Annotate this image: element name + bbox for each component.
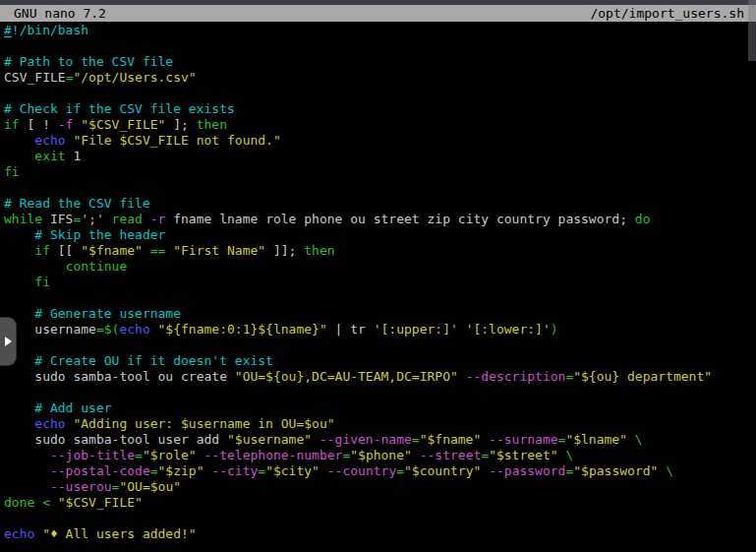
code-segment: =: [396, 463, 404, 478]
code-segment: [4, 479, 50, 494]
code-segment: "Adding user: $username in OU=$ou": [73, 416, 334, 431]
code-segment: [458, 322, 466, 337]
code-segment: read: [112, 212, 143, 226]
code-segment: echo: [4, 526, 34, 541]
code-segment: "$street": [489, 448, 557, 462]
code-segment: "File $CSV_FILE not found.": [73, 133, 280, 148]
code-segment: # Path to the CSV file: [4, 54, 173, 69]
code-line[interactable]: #!/bin/bash: [4, 23, 756, 38]
code-line[interactable]: while IFS=';' read -r fname lname role p…: [4, 212, 756, 227]
expand-arrow-icon: [5, 337, 12, 346]
code-segment: "First Name": [173, 243, 265, 258]
code-segment: ];: [165, 117, 196, 132]
code-segment: "$username": [227, 432, 312, 447]
code-line[interactable]: --postal-code="$zip" --city="$city" --co…: [4, 463, 756, 479]
code-line[interactable]: # Create OU if it doesn't exist: [4, 353, 756, 369]
code-line[interactable]: continue: [4, 259, 756, 275]
code-segment: --country: [327, 463, 396, 478]
code-line[interactable]: sudo samba-tool user add "$username" --g…: [4, 432, 756, 448]
code-segment: "$password": [573, 463, 658, 478]
code-segment: \: [666, 463, 673, 478]
code-line[interactable]: --job-title="$role" --telephone-number="…: [4, 448, 756, 463]
code-line[interactable]: # Generate username: [4, 306, 756, 322]
code-segment: --password: [489, 463, 565, 478]
code-segment: [627, 432, 635, 447]
code-segment: ): [551, 322, 558, 337]
panel-handle[interactable]: [0, 317, 17, 366]
code-line[interactable]: exit 1: [4, 149, 756, 164]
code-segment: # Skip the header: [34, 227, 165, 242]
code-line[interactable]: [4, 38, 756, 54]
code-line[interactable]: # Skip the header: [4, 227, 756, 243]
code-line[interactable]: # Read the CSV file: [4, 196, 756, 212]
code-segment: echo: [34, 133, 65, 148]
code-line[interactable]: fi: [4, 275, 756, 290]
code-segment: while: [4, 212, 42, 226]
code-segment: =: [258, 463, 265, 478]
code-line[interactable]: # Check if the CSV file exists: [4, 101, 756, 117]
editor-area[interactable]: #!/bin/bash # Path to the CSV fileCSV_FI…: [0, 22, 756, 552]
code-segment: [104, 212, 112, 226]
code-segment: [4, 448, 50, 462]
code-segment: echo: [34, 416, 65, 431]
code-line[interactable]: done < "$CSV_FILE": [4, 495, 756, 511]
code-segment: =: [150, 463, 158, 478]
code-segment: "$phone": [350, 448, 412, 462]
code-line[interactable]: # Path to the CSV file: [4, 54, 756, 70]
code-segment: then: [197, 117, 227, 132]
code-segment: "$zip": [158, 463, 204, 478]
code-segment: [ !: [20, 117, 58, 132]
code-segment: 1: [66, 149, 82, 163]
code-line[interactable]: fi: [4, 164, 756, 180]
code-segment: ]];: [265, 243, 304, 258]
terminal-screen: GNU nano 7.2 /opt/import_users.sh #!/bin…: [0, 0, 756, 552]
code-segment: [481, 463, 489, 478]
code-segment: =: [412, 432, 420, 447]
code-segment: [34, 526, 42, 541]
code-segment: [312, 432, 320, 447]
code-segment: username: [4, 322, 96, 337]
code-segment: [150, 322, 158, 337]
code-segment: \: [565, 448, 573, 462]
code-segment: "$role": [143, 448, 197, 462]
code-line[interactable]: username=$(echo "${fname:0:1}${lname}" |…: [4, 322, 756, 337]
code-line[interactable]: [4, 385, 756, 400]
nano-titlebar: GNU nano 7.2 /opt/import_users.sh: [0, 5, 756, 22]
code-line[interactable]: [4, 86, 756, 101]
code-segment: [458, 369, 466, 384]
code-segment: !/bin/bash: [12, 23, 88, 37]
code-line[interactable]: --userou="OU=$ou": [4, 479, 756, 495]
code-segment: IFS: [42, 212, 73, 226]
code-line[interactable]: # Add user: [4, 400, 756, 416]
code-segment: --telephone-number: [204, 448, 343, 462]
code-segment: CSV_FILE: [4, 70, 66, 85]
code-segment: [4, 463, 50, 478]
text-cursor: #: [4, 23, 12, 37]
code-line[interactable]: echo "♦ All users added!": [4, 526, 756, 542]
code-segment: sudo samba-tool ou create: [4, 369, 235, 384]
code-line[interactable]: if [[ "$fname" == "First Name" ]]; then: [4, 243, 756, 259]
code-line[interactable]: sudo samba-tool ou create "OU=${ou},DC=A…: [4, 369, 756, 385]
code-line[interactable]: [4, 290, 756, 306]
code-line[interactable]: echo "Adding user: $username in OU=$ou": [4, 416, 756, 432]
code-segment: <: [42, 495, 50, 510]
code-segment: "OU=$ou": [119, 479, 181, 494]
code-segment: [481, 432, 489, 447]
code-segment: sudo samba-tool user add: [4, 432, 227, 447]
code-line[interactable]: [4, 180, 756, 196]
code-line[interactable]: CSV_FILE="/opt/Users.csv": [4, 70, 756, 86]
code-segment: [34, 495, 42, 510]
code-line[interactable]: [4, 511, 756, 526]
code-segment: echo: [119, 322, 149, 337]
code-segment: '[:lower:]': [466, 322, 551, 337]
scrollbar-thumb[interactable]: [748, 0, 756, 61]
code-line[interactable]: echo "File $CSV_FILE not found.": [4, 133, 756, 149]
code-segment: "${fname:0:1}${lname}": [158, 322, 327, 337]
code-segment: # Create OU if it doesn't exist: [34, 353, 273, 368]
code-segment: '[:upper:]': [374, 322, 458, 337]
code-segment: do: [635, 212, 651, 226]
code-line[interactable]: [4, 337, 756, 353]
code-segment: ==: [150, 243, 166, 258]
code-segment: --userou: [50, 479, 112, 494]
code-line[interactable]: if [ ! -f "$CSV_FILE" ]; then: [4, 117, 756, 133]
